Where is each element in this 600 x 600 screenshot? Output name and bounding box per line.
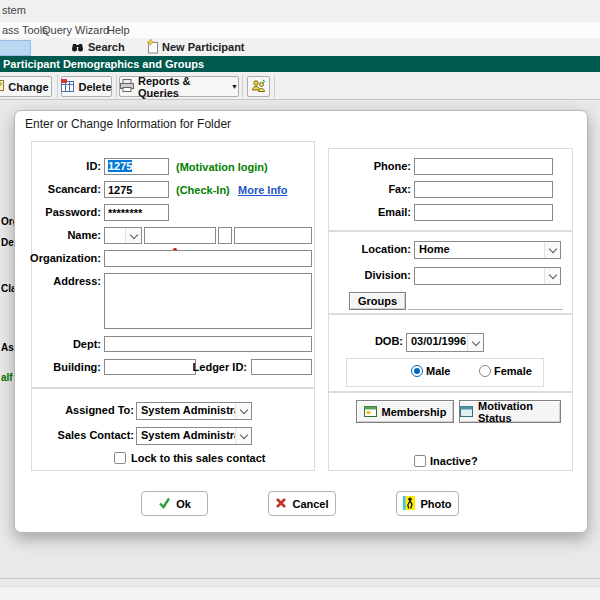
- scancard-hint: (Check-In): [176, 184, 230, 196]
- new-participant-button[interactable]: New Participant: [162, 41, 245, 53]
- id-input[interactable]: 1275: [104, 158, 169, 175]
- male-label: Male: [426, 365, 450, 377]
- sales-contact-select[interactable]: System Administrator: [136, 427, 252, 445]
- building-input[interactable]: [104, 359, 196, 375]
- ok-button[interactable]: Ok: [141, 491, 208, 516]
- chevron-down-icon: [235, 403, 251, 419]
- dob-label: DOB:: [345, 335, 403, 347]
- bottom-divider: [0, 578, 600, 579]
- first-name-input[interactable]: [144, 227, 216, 244]
- ledger-id-input[interactable]: [251, 359, 312, 375]
- email-input[interactable]: [414, 204, 553, 221]
- location-select[interactable]: Home: [414, 241, 561, 259]
- section-header-bar: Participant Demographics and Groups: [0, 56, 600, 72]
- menu-item-tools[interactable]: ass Tools: [2, 24, 48, 36]
- password-label: Password:: [27, 206, 101, 218]
- id-label: ID:: [27, 160, 101, 172]
- sync-people-icon: [251, 79, 266, 95]
- email-label: Email:: [343, 206, 411, 218]
- phone-label: Phone:: [343, 160, 411, 172]
- name-prefix-select[interactable]: [104, 227, 142, 244]
- window-title: stem: [2, 4, 26, 16]
- partial-toolbar-button[interactable]: [0, 40, 31, 56]
- female-radio[interactable]: [479, 365, 491, 377]
- inactive-checkbox[interactable]: [414, 455, 426, 467]
- organization-label: Organization:: [27, 252, 101, 264]
- dialog-title: Enter or Change Information for Folder: [25, 117, 231, 131]
- id-hint: (Motivation login): [176, 161, 268, 173]
- dept-label: Dept:: [27, 338, 101, 350]
- delete-icon: [61, 79, 74, 94]
- main-toolbar: Search New Participant: [0, 38, 600, 56]
- lock-sales-contact-label: Lock to this sales contact: [131, 452, 265, 464]
- chevron-down-icon: [467, 334, 483, 351]
- scancard-input[interactable]: [104, 181, 169, 198]
- chevron-down-icon: [235, 428, 251, 444]
- cancel-button[interactable]: Cancel: [268, 491, 336, 516]
- status-bar: [0, 586, 600, 600]
- chevron-down-icon: [125, 228, 141, 243]
- check-icon: [158, 497, 171, 511]
- assigned-to-label: Assigned To:: [45, 404, 134, 416]
- chevron-down-icon: [544, 268, 560, 284]
- toolbar-separator: [274, 75, 275, 98]
- membership-icon: [364, 405, 377, 419]
- fax-label: Fax:: [343, 183, 411, 195]
- location-label: Location:: [343, 243, 411, 255]
- printer-icon: [120, 79, 134, 94]
- change-button[interactable]: Change: [0, 76, 52, 97]
- fax-input[interactable]: [414, 181, 553, 198]
- organization-input[interactable]: [104, 250, 312, 267]
- membership-button[interactable]: Membership: [356, 400, 454, 423]
- phone-input[interactable]: [414, 158, 553, 175]
- record-action-toolbar: Change Delete Reports & Queries ▼: [0, 72, 600, 100]
- dropdown-arrow-icon: ▼: [231, 83, 238, 90]
- male-radio[interactable]: [411, 365, 423, 377]
- menu-bar: ass Tools Query Wizard Help: [0, 22, 600, 38]
- change-icon: [0, 79, 4, 94]
- delete-button[interactable]: Delete: [61, 76, 112, 97]
- cross-icon: [275, 497, 287, 511]
- more-info-link[interactable]: More Info: [238, 184, 288, 196]
- dept-input[interactable]: [104, 336, 312, 352]
- name-label: Name:: [27, 229, 101, 241]
- address-textarea[interactable]: [104, 273, 312, 329]
- female-label: Female: [494, 365, 532, 377]
- sales-contact-label: Sales Contact:: [45, 429, 134, 441]
- inactive-label: Inactive?: [430, 455, 478, 467]
- toolbar-separator: [242, 75, 243, 98]
- dialog-enter-or-change-information: Enter or Change Information for Folder I…: [14, 110, 588, 533]
- scancard-label: Scancard:: [27, 183, 101, 195]
- assigned-to-select[interactable]: System Administrator: [136, 402, 252, 420]
- window-titlebar: stem: [0, 0, 600, 22]
- last-name-input[interactable]: [234, 227, 312, 244]
- motivation-status-button[interactable]: Motivation Status: [459, 400, 561, 423]
- photo-button[interactable]: Photo: [396, 491, 459, 516]
- building-label: Building:: [27, 361, 101, 373]
- transfer-participants-button[interactable]: [247, 76, 270, 97]
- toolbar-separator: [57, 75, 58, 98]
- menu-item-help[interactable]: Help: [107, 24, 130, 36]
- reports-queries-button[interactable]: Reports & Queries ▼: [119, 76, 239, 97]
- password-input[interactable]: [104, 204, 169, 221]
- division-label: Division:: [343, 269, 411, 281]
- search-button[interactable]: Search: [88, 41, 125, 53]
- ledger-id-label: Ledger ID:: [185, 361, 247, 373]
- lock-sales-contact-checkbox[interactable]: [114, 452, 126, 464]
- section-header-title: Participant Demographics and Groups: [3, 58, 204, 70]
- motivation-status-icon: [460, 405, 473, 419]
- address-label: Address:: [27, 275, 101, 287]
- middle-initial-input[interactable]: [218, 227, 232, 244]
- photo-person-icon: [403, 496, 415, 512]
- division-select[interactable]: [414, 267, 561, 285]
- groups-button[interactable]: Groups: [349, 292, 406, 310]
- groups-underline: [408, 309, 563, 310]
- background-label-fragment: De: [1, 237, 14, 248]
- toolbar-separator: [116, 75, 117, 98]
- menu-item-query-wizard[interactable]: Query Wizard: [42, 24, 109, 36]
- chevron-down-icon: [544, 242, 560, 258]
- dob-select[interactable]: 03/01/1996: [406, 333, 484, 352]
